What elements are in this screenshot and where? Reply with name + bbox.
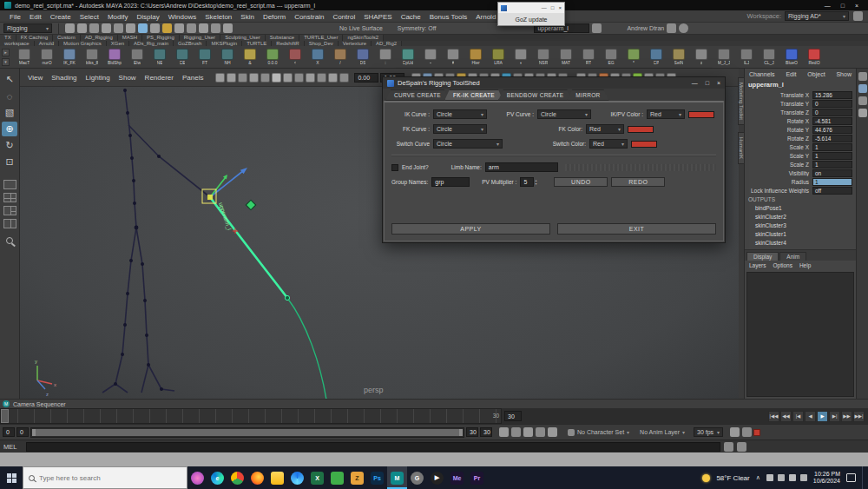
channel-attribute-label[interactable]: Rotate Y xyxy=(745,127,812,133)
shelf-button[interactable]: RedO xyxy=(803,47,825,68)
channel-attribute-label[interactable]: Visibility xyxy=(745,170,812,176)
shelf-tab[interactable]: Sculpting_User xyxy=(220,35,266,41)
workspace-settings-icon[interactable] xyxy=(853,11,863,21)
channel-attribute-label[interactable]: Radius xyxy=(745,179,812,185)
channel-attribute-value[interactable]: -4.581 xyxy=(812,117,852,125)
menu-set-selector[interactable]: Rigging xyxy=(3,23,52,33)
maya-icon[interactable]: M xyxy=(387,466,407,489)
playback-option-icon[interactable] xyxy=(730,427,740,437)
channel-attribute-value[interactable]: -5.614 xyxy=(812,135,852,142)
viewport-toolbar-icon[interactable] xyxy=(215,73,225,83)
viewport-toolbar-icon[interactable] xyxy=(328,73,338,83)
channel-attribute-label[interactable]: Scale Y xyxy=(745,153,812,159)
output-node-item[interactable]: skinCluster3 xyxy=(745,221,856,230)
transport-button[interactable]: |◀◀ xyxy=(768,411,779,422)
manipulator-z-axis[interactable] xyxy=(210,170,244,197)
sidebar-toggle-icon[interactable] xyxy=(858,96,867,105)
menu-item[interactable]: Control xyxy=(328,13,359,21)
transport-button[interactable]: ▶▶ xyxy=(841,411,852,422)
status-icon[interactable] xyxy=(138,23,148,33)
excel-icon[interactable]: X xyxy=(307,466,327,489)
shelf-tab[interactable]: TX xyxy=(0,35,16,41)
viewport-toolbar-icon[interactable] xyxy=(294,73,304,83)
shelf-tab[interactable]: ngSkinTools2 xyxy=(343,35,384,41)
shelf-button[interactable]: :: xyxy=(374,47,397,68)
file-explorer-icon[interactable] xyxy=(267,466,287,489)
channel-attribute-value[interactable]: 1 xyxy=(812,152,852,160)
shelf-tab[interactable]: AD_Rigging xyxy=(81,35,118,41)
layer-editor-menu-item[interactable]: Help xyxy=(799,262,811,268)
command-line-input[interactable] xyxy=(26,442,720,452)
script-editor-icon[interactable] xyxy=(737,442,746,452)
goz-app-icon[interactable]: G xyxy=(407,466,427,489)
workspace-selector[interactable]: Rigging AD* xyxy=(785,11,849,21)
channel-attribute-label[interactable]: Translate Z xyxy=(745,109,812,116)
layout-single-pane-button[interactable] xyxy=(3,180,16,189)
shelf-tab[interactable]: TURTLE_User xyxy=(299,35,343,41)
dialog-close-button[interactable]: × xyxy=(717,80,720,86)
rotate-tool[interactable]: ↻ xyxy=(2,138,17,153)
dialog-titlebar[interactable]: DeSpain's Rigging ToolShed — □ × xyxy=(383,77,725,89)
shelf-button[interactable]: MAT xyxy=(555,47,577,68)
viewport-toolbar-icon[interactable] xyxy=(306,73,315,83)
menu-item[interactable]: SHAPES xyxy=(359,13,396,21)
taskbar-search-input[interactable] xyxy=(39,474,169,482)
taskbar-clock[interactable]: 10:26 PM 10/6/2024 xyxy=(813,471,840,485)
notification-center-icon[interactable] xyxy=(846,473,856,482)
menu-item[interactable]: Bonus Tools xyxy=(425,13,471,21)
pv-multiplier-stepper[interactable]: ▴▾ xyxy=(535,179,536,186)
dialog-tab[interactable]: CURVE CREATE xyxy=(385,89,450,101)
channel-attribute-label[interactable]: Translate Y xyxy=(745,101,812,107)
menu-item[interactable]: Edit xyxy=(25,13,46,21)
viewport-toolbar-icon[interactable] xyxy=(260,73,270,83)
shelf-button[interactable]: Hier xyxy=(464,47,487,68)
shelf-button[interactable]: + xyxy=(510,47,532,68)
sidebar-vertical-tab[interactable]: HumanIK xyxy=(738,132,745,164)
status-icon[interactable] xyxy=(199,23,208,33)
magnifier-icon[interactable] xyxy=(6,237,13,244)
channel-attribute-value[interactable]: on xyxy=(812,169,852,177)
shelf-button[interactable]: LRA xyxy=(487,47,510,68)
shelf-button[interactable]: / xyxy=(329,47,352,68)
window-minimize-button[interactable]: — xyxy=(825,3,831,9)
pole-vector-handle[interactable] xyxy=(246,200,255,209)
status-icon[interactable] xyxy=(211,23,220,33)
fk-color-swatch[interactable] xyxy=(628,126,654,133)
output-node-item[interactable]: skinCluster1 xyxy=(745,230,856,239)
fps-selector[interactable]: 30 fps xyxy=(694,427,723,437)
viewport-menu-item[interactable]: Lighting xyxy=(82,74,114,82)
menu-item[interactable]: Skin xyxy=(236,13,259,21)
sync-status-icon[interactable] xyxy=(679,23,688,33)
dialog-minimize-button[interactable]: — xyxy=(692,80,698,86)
ikpv-color-swatch[interactable] xyxy=(688,111,714,118)
shelf-button[interactable]: DS xyxy=(352,47,374,68)
playback-option-icon[interactable] xyxy=(523,427,533,437)
layer-list-area[interactable] xyxy=(746,272,854,397)
channel-attribute-label[interactable]: Scale Z xyxy=(745,162,812,168)
transport-button[interactable]: |◀ xyxy=(792,411,804,422)
select-tool[interactable]: ↖ xyxy=(2,72,17,87)
menu-item[interactable]: Select xyxy=(76,13,103,21)
shelf-button[interactable]: M_J_J xyxy=(713,47,735,68)
viewport-menu-item[interactable]: Renderer xyxy=(141,74,177,82)
start-button[interactable] xyxy=(0,466,23,489)
photoshop-icon[interactable]: Ps xyxy=(367,466,387,489)
undo-button[interactable]: UNDO xyxy=(554,177,608,187)
shelf-button[interactable]: NE xyxy=(148,47,171,68)
goz-close-button[interactable]: × xyxy=(558,5,562,10)
fk-curve-selector[interactable]: Circle xyxy=(433,124,487,134)
playback-option-icon[interactable] xyxy=(548,427,557,437)
menu-item[interactable]: Cache xyxy=(397,13,425,21)
channel-attribute-value[interactable]: off xyxy=(812,187,852,195)
dialog-tab[interactable]: BENDBOW CREATE xyxy=(498,89,572,101)
window-maximize-button[interactable]: □ xyxy=(841,3,845,9)
switch-curve-selector[interactable]: Circle xyxy=(433,139,503,149)
shelf-tab[interactable]: PS_Rigging xyxy=(142,35,180,41)
channel-box-node-name[interactable]: upperarm_l xyxy=(745,80,856,90)
channel-box-menu-item[interactable]: Channels xyxy=(749,71,775,77)
ikpv-color-selector[interactable]: Red xyxy=(647,109,685,119)
status-icon[interactable] xyxy=(187,23,196,33)
viewport-toolbar-icon[interactable] xyxy=(283,73,293,83)
tray-expand-chevron[interactable]: ∧ xyxy=(756,474,760,481)
channel-attribute-value[interactable]: 1 xyxy=(812,178,852,186)
